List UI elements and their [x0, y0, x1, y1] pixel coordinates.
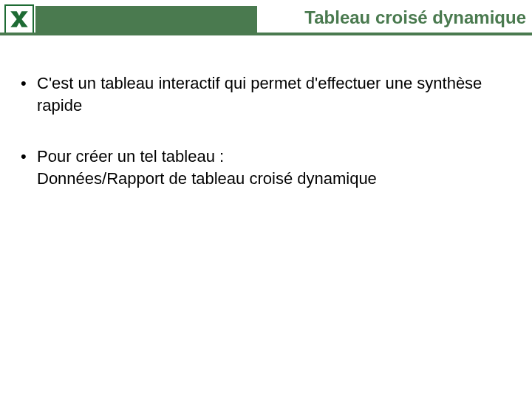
bullet-subline: Données/Rapport de tableau croisé dynami… [21, 168, 511, 190]
header-bar [35, 6, 257, 33]
bullet-text: C'est un tableau interactif qui permet d… [37, 72, 511, 116]
bullet-item: • Pour créer un tel tableau : Données/Ra… [21, 146, 511, 189]
svg-marker-1 [10, 11, 28, 27]
slide-title: Tableau croisé dynamique [259, 7, 526, 28]
excel-x-icon [4, 4, 34, 34]
bullet-marker: • [21, 72, 37, 116]
excel-x-glyph [9, 9, 30, 30]
slide-header: Tableau croisé dynamique [0, 0, 532, 43]
bullet-item: • C'est un tableau interactif qui permet… [21, 72, 511, 116]
slide-body: • C'est un tableau interactif qui permet… [0, 43, 532, 190]
header-underline [0, 33, 532, 35]
bullet-text: Pour créer un tel tableau : [37, 146, 511, 168]
bullet-marker: • [21, 146, 37, 168]
